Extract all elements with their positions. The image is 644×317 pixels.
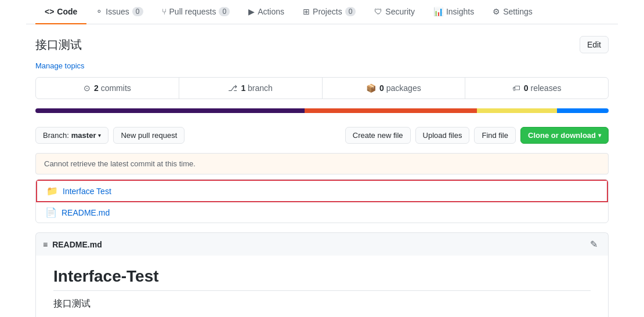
tab-actions[interactable]: ▶ Actions xyxy=(239,0,294,24)
lang-segment-0 xyxy=(35,108,305,113)
readme-header-icon: ≡ xyxy=(43,240,48,249)
releases-stat[interactable]: 🏷 0 releases xyxy=(465,78,608,99)
insights-icon: 📊 xyxy=(433,7,443,16)
issues-icon: ⚬ xyxy=(96,7,103,16)
tab-code[interactable]: <> Code xyxy=(35,0,86,24)
tab-settings[interactable]: ⚙ Settings xyxy=(483,0,542,24)
tab-code-label: Code xyxy=(57,7,77,16)
lang-segment-1 xyxy=(305,108,476,113)
projects-count: 0 xyxy=(345,7,356,16)
toolbar-right: Create new file Upload files Find file C… xyxy=(345,127,609,144)
readme-subtitle: 接口测试 xyxy=(53,298,591,310)
issues-count: 0 xyxy=(132,7,143,16)
toolbar-left: Branch: master ▾ New pull request xyxy=(35,127,184,144)
security-icon: 🛡 xyxy=(374,7,382,16)
language-bar xyxy=(35,108,609,113)
lang-segment-2 xyxy=(477,108,557,113)
file-list: 📁 Interface Test 📄 README.md xyxy=(35,179,609,223)
new-pull-request-button[interactable]: New pull request xyxy=(113,127,184,144)
tab-insights[interactable]: 📊 Insights xyxy=(424,0,483,24)
warning-message: Cannot retrieve the latest commit at thi… xyxy=(44,159,196,168)
tab-issues[interactable]: ⚬ Issues 0 xyxy=(86,0,152,24)
readme-filename: README.md xyxy=(52,240,102,249)
repo-title: 接口测试 xyxy=(35,37,82,53)
file-icon-readme: 📄 xyxy=(45,207,57,218)
readme-header: ≡ README.md ✎ xyxy=(35,232,609,256)
folder-icon: 📁 xyxy=(46,185,58,196)
commits-icon: ⊙ xyxy=(84,83,91,93)
stats-bar: ⊙ 2 commits ⎇ 1 branch 📦 0 packages 🏷 0 … xyxy=(35,77,609,99)
branches-stat[interactable]: ⎇ 1 branch xyxy=(179,78,323,99)
tab-pull-requests[interactable]: ⑂ Pull requests 0 xyxy=(153,0,240,24)
file-link-readme[interactable]: README.md xyxy=(61,208,110,217)
readme-title: Interface-Test xyxy=(53,267,591,291)
create-new-file-button[interactable]: Create new file xyxy=(345,127,411,144)
branch-name: master xyxy=(71,131,96,140)
releases-label: releases xyxy=(531,83,562,93)
packages-label: packages xyxy=(386,83,421,93)
packages-count: 0 xyxy=(379,83,384,93)
find-file-button[interactable]: Find file xyxy=(474,127,516,144)
branches-count: 1 xyxy=(241,83,245,93)
tab-actions-label: Actions xyxy=(258,7,284,16)
repo-header: 接口测试 Edit xyxy=(26,24,618,59)
tab-security-label: Security xyxy=(385,7,415,16)
releases-count: 0 xyxy=(524,83,529,93)
commits-label: commits xyxy=(101,83,131,93)
manage-topics-link[interactable]: Manage topics xyxy=(26,59,618,77)
code-icon: <> xyxy=(45,7,54,16)
branches-icon: ⎇ xyxy=(228,83,237,93)
projects-icon: ⊞ xyxy=(303,7,310,16)
tab-projects-label: Projects xyxy=(313,7,342,16)
readme-edit-button[interactable]: ✎ xyxy=(587,238,601,251)
pull-requests-icon: ⑂ xyxy=(162,7,167,16)
branches-label: branch xyxy=(248,83,273,93)
chevron-down-icon: ▾ xyxy=(98,132,101,139)
edit-button[interactable]: Edit xyxy=(580,36,609,53)
readme-body: Interface-Test 接口测试 xyxy=(35,256,609,317)
tab-settings-label: Settings xyxy=(503,7,533,16)
chevron-down-icon-clone: ▾ xyxy=(598,132,601,139)
upload-files-button[interactable]: Upload files xyxy=(415,127,470,144)
releases-icon: 🏷 xyxy=(512,83,520,93)
lang-segment-3 xyxy=(557,108,609,113)
actions-icon: ▶ xyxy=(248,7,255,16)
file-row-readme: 📄 README.md xyxy=(36,202,608,223)
packages-stat[interactable]: 📦 0 packages xyxy=(323,78,466,99)
warning-box: Cannot retrieve the latest commit at thi… xyxy=(35,153,609,174)
readme-header-title: ≡ README.md xyxy=(43,240,102,249)
settings-icon: ⚙ xyxy=(493,7,500,16)
tab-insights-label: Insights xyxy=(446,7,474,16)
pull-requests-count: 0 xyxy=(219,7,230,16)
tab-pull-requests-label: Pull requests xyxy=(169,7,216,16)
tab-projects[interactable]: ⊞ Projects 0 xyxy=(294,0,365,24)
tab-security[interactable]: 🛡 Security xyxy=(365,0,424,24)
file-row-interface-test: 📁 Interface Test xyxy=(36,180,608,202)
tab-issues-label: Issues xyxy=(106,7,129,16)
pencil-icon: ✎ xyxy=(590,239,598,249)
packages-icon: 📦 xyxy=(366,83,376,93)
branch-selector[interactable]: Branch: master ▾ xyxy=(35,127,108,144)
commits-stat[interactable]: ⊙ 2 commits xyxy=(36,78,179,99)
commits-count: 2 xyxy=(94,83,99,93)
repo-nav: <> Code ⚬ Issues 0 ⑂ Pull requests 0 ▶ A… xyxy=(26,0,618,24)
clone-download-label: Clone or download xyxy=(528,131,596,140)
branch-label: Branch: xyxy=(43,131,69,140)
clone-download-button[interactable]: Clone or download ▾ xyxy=(520,127,609,144)
file-link-interface-test[interactable]: Interface Test xyxy=(63,187,111,196)
repo-toolbar: Branch: master ▾ New pull request Create… xyxy=(26,122,618,148)
